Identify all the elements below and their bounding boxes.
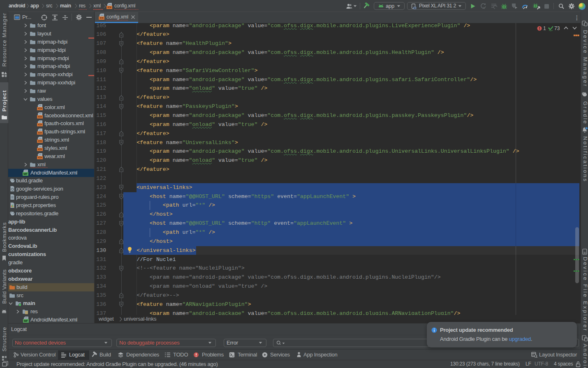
- svg-text:A: A: [483, 6, 485, 10]
